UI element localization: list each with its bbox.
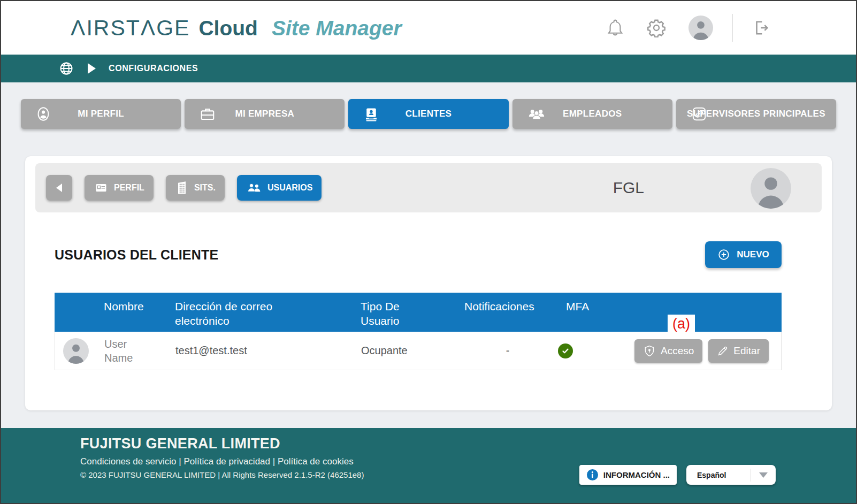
link-cookies[interactable]: Política de cookies (278, 456, 354, 467)
language-selected-value: Español (686, 471, 751, 479)
cell-user-type: Ocupante (361, 345, 408, 356)
plus-circle-icon (717, 248, 730, 261)
edit-button[interactable]: Editar (708, 339, 769, 363)
main-tab-bar: MI PERFIL MI EMPRESA (21, 99, 836, 129)
logo-cloud: Cloud (198, 17, 257, 40)
id-card-icon (94, 181, 109, 194)
subnav-perfil-button[interactable]: PERFIL (85, 175, 154, 201)
back-arrow-icon (56, 184, 62, 192)
table-row: User Name test1@test.test Ocupante - (55, 332, 782, 370)
footer-copyright: © 2023 FUJITSU GENERAL LIMITED | All Rig… (80, 470, 364, 479)
logo-airstage: ΛIRSTΛGE (71, 16, 190, 41)
client-users-card: PERFIL SITS. (25, 156, 832, 410)
pencil-icon (717, 345, 729, 357)
page-title: USUARIOS DEL CLIENTE (55, 247, 218, 263)
cell-user-email: test1@test.test (175, 345, 247, 356)
client-subnav: PERFIL SITS. (35, 163, 822, 212)
subnav-sits-label: SITS. (194, 183, 216, 193)
column-header-mfa: MFA (566, 300, 589, 312)
top-header: ΛIRSTΛGE Cloud Site Manager (1, 1, 856, 55)
back-button[interactable] (46, 175, 72, 201)
column-header-notifications: Notificaciones (464, 300, 534, 312)
cell-notifications: - (465, 345, 550, 357)
link-icon (691, 106, 707, 122)
breadcrumb: CONFIGURACIONES (109, 64, 198, 73)
link-terms[interactable]: Condiciones de servicio (80, 456, 177, 467)
new-user-label: NUEVO (737, 249, 769, 260)
access-label: Acceso (661, 345, 694, 357)
app-window: ΛIRSTΛGE Cloud Site Manager (0, 0, 857, 504)
column-header-email: Dirección de correo electrónico (175, 299, 295, 328)
tab-label: SUPERVISORES PRINCIPALES (687, 109, 825, 119)
tab-empleados[interactable]: EMPLEADOS (512, 99, 672, 129)
header-divider (732, 14, 733, 42)
mfa-check-icon (558, 343, 573, 358)
row-user-avatar (63, 338, 89, 364)
annotation-a: (a) (668, 315, 695, 334)
column-header-name: Nombre (104, 300, 144, 312)
tab-label: EMPLEADOS (563, 109, 622, 119)
link-separator: | (177, 456, 184, 467)
notifications-bell-icon[interactable] (606, 18, 624, 37)
link-separator: | (270, 456, 278, 467)
settings-gear-icon[interactable] (647, 18, 666, 37)
tab-label: CLIENTES (405, 109, 452, 119)
app-logo: ΛIRSTΛGE Cloud Site Manager (71, 16, 402, 41)
column-header-type: Tipo De Usuario (361, 299, 414, 328)
client-avatar (751, 168, 791, 209)
id-badge-icon (363, 105, 379, 123)
logo-product: Site Manager (272, 17, 402, 40)
logout-icon[interactable] (752, 19, 770, 37)
client-name: FGL (613, 179, 644, 197)
select-divider (751, 469, 751, 482)
subnav-perfil-label: PERFIL (114, 183, 144, 193)
tab-label: MI EMPRESA (235, 109, 294, 119)
subnav-usuarios-label: USUARIOS (267, 183, 312, 193)
access-button[interactable]: Acceso (634, 339, 702, 363)
globe-icon (59, 61, 74, 76)
profile-icon (36, 106, 51, 122)
information-button[interactable]: INFORMACIÓN ... (579, 465, 677, 485)
tab-label: MI PERFIL (78, 109, 124, 119)
subnav-sits-button[interactable]: SITS. (166, 175, 225, 201)
tab-mi-empresa[interactable]: MI EMPRESA (185, 99, 345, 129)
info-icon (586, 469, 599, 481)
subnav-usuarios-button[interactable]: USUARIOS (237, 175, 322, 201)
breadcrumb-bar: CONFIGURACIONES (1, 55, 856, 82)
building-icon (175, 180, 189, 195)
information-label: INFORMACIÓN ... (603, 470, 670, 479)
chevron-down-icon (759, 472, 768, 478)
page-footer: FUJITSU GENERAL LIMITED Condiciones de s… (1, 428, 856, 503)
cell-user-name: User Name (104, 337, 155, 365)
tab-mi-perfil[interactable]: MI PERFIL (21, 99, 181, 129)
tab-clientes[interactable]: CLIENTES (348, 99, 508, 129)
footer-links: Condiciones de servicio | Política de pr… (80, 456, 354, 467)
language-select[interactable]: Español (686, 465, 776, 485)
users-icon (246, 181, 262, 194)
shield-key-icon (643, 344, 656, 358)
header-icon-group (606, 14, 770, 42)
footer-company-name: FUJITSU GENERAL LIMITED (80, 436, 280, 452)
user-avatar-icon[interactable] (688, 16, 713, 40)
tab-supervisores-principales[interactable]: SUPERVISORES PRINCIPALES (676, 99, 836, 129)
briefcase-icon (200, 106, 216, 122)
link-privacy[interactable]: Política de privacidad (183, 456, 270, 467)
new-user-button[interactable]: NUEVO (705, 241, 782, 268)
edit-label: Editar (733, 345, 760, 357)
breadcrumb-arrow-icon (88, 63, 96, 74)
people-group-icon (527, 106, 546, 121)
users-table: Nombre Dirección de correo electrónico T… (55, 293, 782, 370)
